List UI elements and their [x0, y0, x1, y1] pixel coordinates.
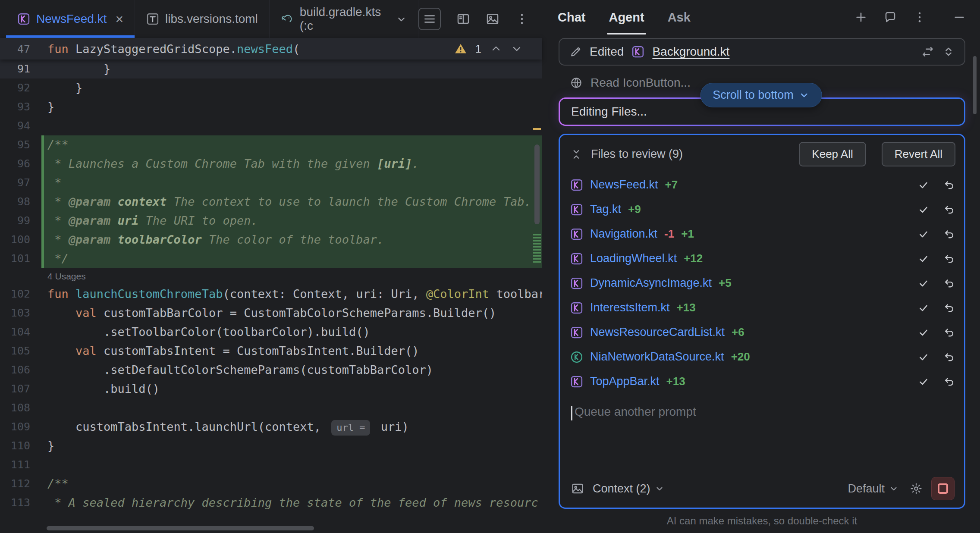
review-file-row[interactable]: NewsResourceCardList.kt+6: [570, 320, 955, 345]
next-problem-icon[interactable]: [511, 43, 523, 55]
editor-more-icon[interactable]: [515, 12, 529, 26]
accept-file-icon[interactable]: [917, 228, 930, 240]
diff-icon[interactable]: [921, 45, 934, 58]
revert-file-icon[interactable]: [943, 277, 955, 289]
code-text[interactable]: [41, 455, 542, 474]
code-text[interactable]: .setDefaultColorSchemeParams(customTabBa…: [41, 361, 542, 379]
code-text[interactable]: }: [41, 436, 542, 455]
tab-dropdown-icon[interactable]: [396, 14, 407, 25]
file-name-link[interactable]: InterestsItem.kt: [590, 301, 670, 314]
accept-file-icon[interactable]: [917, 351, 930, 363]
code-text[interactable]: }: [41, 97, 542, 116]
file-name-link[interactable]: NewsFeed.kt: [590, 178, 658, 191]
file-name-link[interactable]: TopAppBar.kt: [590, 375, 660, 388]
code-text[interactable]: [41, 116, 542, 135]
code-text[interactable]: customTabsIntent.launchUrl(context, url …: [41, 417, 542, 436]
code-text[interactable]: * @param uri The URI to open.: [41, 211, 542, 230]
chat-tab-ask[interactable]: Ask: [666, 0, 692, 34]
prompt-input[interactable]: Queue another prompt: [560, 394, 964, 470]
accept-file-icon[interactable]: [917, 302, 930, 314]
code-text[interactable]: * A sealed hierarchy describing the stat…: [41, 493, 542, 512]
editor-tab-build-gradle-kts-c[interactable]: build.gradle.kts (:c: [270, 0, 418, 38]
file-name-link[interactable]: LoadingWheel.kt: [590, 252, 677, 265]
review-file-row[interactable]: LoadingWheel.kt+12: [570, 246, 955, 271]
model-selector[interactable]: Default: [848, 482, 898, 495]
review-file-row[interactable]: Navigation.kt-1+1: [570, 222, 955, 246]
inspection-widget[interactable]: 1: [455, 43, 523, 55]
revert-file-icon[interactable]: [943, 376, 955, 388]
chat-header: ChatAgentAsk: [542, 0, 980, 34]
code-text[interactable]: [41, 398, 542, 417]
code-text[interactable]: .setToolbarColor(toolbarColor).build(): [41, 323, 542, 342]
file-name-link[interactable]: Navigation.kt: [590, 227, 657, 241]
revert-file-icon[interactable]: [943, 302, 955, 314]
review-file-row[interactable]: NiaNetworkDataSource.kt+20: [570, 345, 955, 369]
code-text[interactable]: .build(): [41, 379, 542, 398]
editor-tab-libs-versions-toml[interactable]: libs.versions.toml: [135, 0, 270, 38]
code-text[interactable]: val customTabsIntent = CustomTabsIntent.…: [41, 342, 542, 361]
close-tab-icon[interactable]: ×: [115, 12, 123, 26]
expand-collapse-icon[interactable]: [942, 45, 955, 58]
file-name-link[interactable]: Tag.kt: [590, 203, 621, 216]
scroll-to-bottom-button[interactable]: Scroll to bottom: [700, 83, 822, 107]
stop-button[interactable]: [931, 477, 955, 500]
file-name-link[interactable]: NewsResourceCardList.kt: [590, 326, 725, 339]
revert-file-icon[interactable]: [943, 351, 955, 363]
accept-file-icon[interactable]: [917, 204, 930, 216]
code-text[interactable]: }: [41, 60, 542, 78]
previous-problem-icon[interactable]: [490, 43, 502, 55]
accept-file-icon[interactable]: [917, 179, 930, 191]
attach-image-icon[interactable]: [571, 482, 584, 495]
chat-tab-chat[interactable]: Chat: [556, 0, 587, 34]
revert-file-icon[interactable]: [943, 204, 955, 216]
code-text[interactable]: * Launches a Custom Chrome Tab with the …: [41, 154, 542, 173]
code-text[interactable]: *: [41, 173, 542, 192]
review-file-row[interactable]: InterestsItem.kt+13: [570, 295, 955, 320]
review-file-row[interactable]: DynamicAsyncImage.kt+5: [570, 271, 955, 295]
collapse-icon[interactable]: [570, 148, 582, 160]
file-name-link[interactable]: NiaNetworkDataSource.kt: [590, 350, 724, 364]
usages-hint[interactable]: 4 Usages: [0, 268, 542, 285]
context-selector[interactable]: Context (2): [593, 482, 664, 495]
editor-list-view-icon[interactable]: [418, 8, 441, 30]
revert-file-icon[interactable]: [943, 326, 955, 339]
accept-file-icon[interactable]: [917, 376, 930, 388]
code-editor[interactable]: 91 }92 }93}9495/**96 * Launches a Custom…: [0, 60, 542, 533]
review-file-row[interactable]: NewsFeed.kt+7: [570, 172, 955, 197]
accept-file-icon[interactable]: [917, 277, 930, 289]
split-editor-icon[interactable]: [456, 12, 470, 26]
revert-file-icon[interactable]: [943, 179, 955, 191]
code-text[interactable]: fun launchCustomChromeTab(context: Conte…: [41, 285, 542, 304]
accept-file-icon[interactable]: [917, 253, 930, 265]
screenshot-icon[interactable]: [486, 12, 499, 26]
revert-all-button[interactable]: Revert All: [882, 142, 955, 166]
editor-tab-newsfeed-kt[interactable]: NewsFeed.kt×: [6, 0, 135, 38]
code-text[interactable]: }: [41, 78, 542, 97]
file-name-link[interactable]: DynamicAsyncImage.kt: [590, 276, 712, 290]
review-file-row[interactable]: TopAppBar.kt+13: [570, 369, 955, 394]
editor-vertical-scrollbar[interactable]: [534, 144, 540, 224]
code-text[interactable]: /**: [41, 474, 542, 493]
code-text[interactable]: */: [41, 249, 542, 268]
chat-history-icon[interactable]: [883, 10, 897, 24]
revert-file-icon[interactable]: [943, 228, 955, 240]
review-file-row[interactable]: Tag.kt+9: [570, 197, 955, 222]
chat-scrollbar[interactable]: [973, 56, 977, 114]
accept-file-icon[interactable]: [917, 326, 930, 339]
revert-file-icon[interactable]: [943, 253, 955, 265]
chat-more-icon[interactable]: [913, 10, 927, 24]
editor-horizontal-scrollbar[interactable]: [47, 526, 314, 530]
code-text[interactable]: * @param context The context to use to l…: [41, 192, 542, 211]
sticky-code-text[interactable]: fun LazyStaggeredGridScope.newsFeed(: [41, 42, 455, 56]
code-text[interactable]: /**: [41, 135, 542, 154]
chat-tab-agent[interactable]: Agent: [607, 0, 646, 34]
edited-file-link[interactable]: Background.kt: [652, 45, 729, 59]
code-text[interactable]: * @param toolbarColor The color of the t…: [41, 230, 542, 249]
settings-gear-icon[interactable]: [910, 482, 923, 495]
sticky-code-header[interactable]: 47 fun LazyStaggeredGridScope.newsFeed( …: [0, 38, 542, 60]
new-chat-icon[interactable]: [854, 10, 868, 24]
hide-panel-icon[interactable]: [952, 10, 966, 24]
code-text[interactable]: val customTabBarColor = CustomTabColorSc…: [41, 304, 542, 323]
lines-added: +20: [731, 350, 750, 364]
keep-all-button[interactable]: Keep All: [799, 142, 866, 166]
